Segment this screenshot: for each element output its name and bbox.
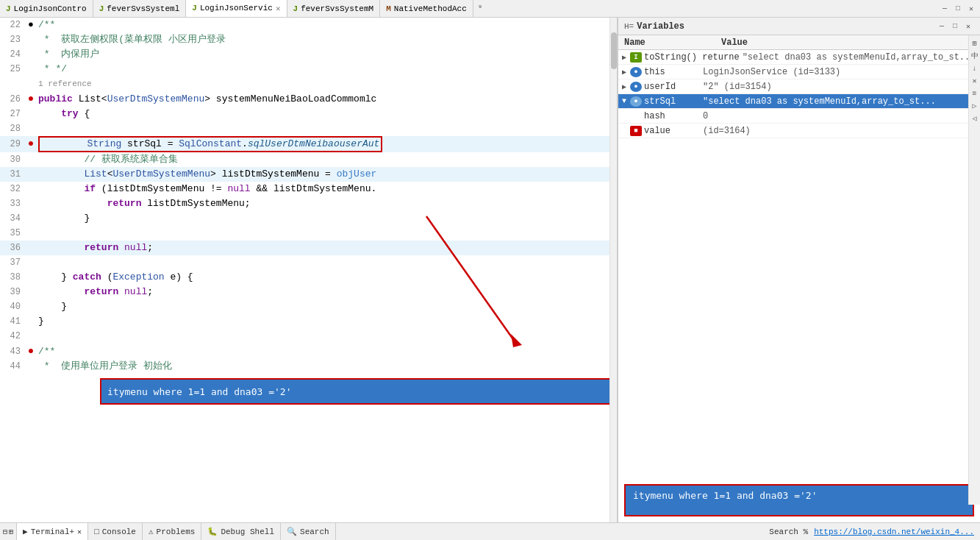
line-42-content (35, 329, 44, 344)
tab-nativeMethodAcc[interactable]: M NativeMethodAcc (380, 0, 473, 18)
bottom-tab-search[interactable]: 🔍 Search (281, 523, 336, 540)
code-line-37: 37 (0, 255, 617, 270)
var-row-value[interactable]: ▶ ■ value (id=3164) (618, 124, 980, 138)
bottom-tab-problems-label: Problems (157, 527, 196, 536)
line-35-content (35, 226, 44, 241)
vars-header: H= Variables — □ ✕ (618, 18, 980, 35)
var-value-1: "select dna03 as systemMenuId,array_to_s… (743, 52, 980, 63)
bottom-tabs: ⊟ ⊞ ▶ Terminal+ ✕ □ Console ⚠ Problems 🐛… (0, 523, 336, 540)
tab-feverSvsSysteml[interactable]: J feverSvsSysteml (93, 0, 187, 18)
minimize-button[interactable]: — (939, 3, 951, 15)
vars-close-btn[interactable]: ✕ (962, 21, 974, 32)
line-num-41: 41 (0, 314, 26, 329)
var-value-2: LoginJsonService (id=3133) (703, 67, 980, 77)
code-line-23: 23 * 获取左侧权限(菜单权限 小区用户登录 (0, 32, 617, 47)
bottom-tab-terminal-label: Terminal+ (31, 527, 74, 536)
line-36-content: return null; (35, 241, 153, 255)
code-area: 22 ● /** 23 * 获取左侧权限(菜单权限 小区用户登录 24 * 内保… (0, 18, 617, 522)
vars-ctrl-5[interactable]: ≡ (970, 88, 980, 99)
code-tooltip-box: itymenu where 1=1 and dna03 ='2' (100, 378, 617, 405)
tab-label-5: NativeMethodAcc (394, 4, 467, 13)
status-link[interactable]: https://blog.csdn.net/weixin_4... (814, 527, 974, 536)
var-expand-3[interactable]: ▶ (618, 82, 630, 91)
bottom-ctrl-expand[interactable]: ⊞ (9, 527, 13, 536)
line-num-37: 37 (0, 255, 26, 270)
line-num-44: 44 (0, 359, 26, 374)
line-num-38: 38 (0, 270, 26, 285)
code-line-42: 42 (0, 329, 617, 344)
vars-ctrl-2[interactable]: 中 (970, 51, 980, 61)
code-line-44: 44 * 使用单位用户登录 初始化 (0, 359, 617, 374)
terminal-icon: ▶ (23, 527, 28, 536)
vars-maxrestore-btn[interactable]: □ (949, 21, 961, 32)
bottom-tab-terminal[interactable]: ▶ Terminal+ ✕ (17, 523, 88, 540)
vars-ctrl-1[interactable]: ⊞ (970, 38, 980, 49)
line-num-36: 36 (0, 241, 26, 255)
vars-ctrl-4[interactable]: ✕ (970, 76, 980, 86)
maximize-button[interactable]: □ (952, 3, 964, 15)
console-icon: □ (94, 527, 99, 536)
code-line-35: 35 (0, 226, 617, 241)
code-line-22: 22 ● /** (0, 18, 617, 32)
var-name-4b: value (644, 126, 703, 136)
vars-ctrl-6[interactable]: ▷ (970, 101, 980, 111)
line-num-29: 29 (0, 137, 26, 152)
vars-col-value-header: Value (721, 38, 980, 48)
var-row-tostring[interactable]: ▶ I toString() returne "select dna03 as … (618, 50, 980, 65)
code-panel: 22 ● /** 23 * 获取左侧权限(菜单权限 小区用户登录 24 * 内保… (0, 18, 618, 522)
line-num-32: 32 (0, 182, 26, 196)
var-expand-4[interactable]: ▼ (618, 97, 630, 105)
var-name-2: this (644, 67, 703, 77)
line-29-content: String strSql = SqlConstant.sqlUserDtmNe… (35, 136, 382, 152)
code-line-32: 32 if (listDtmSystemMenu != null && list… (0, 182, 617, 196)
vars-ctrl-7[interactable]: ◁ (970, 113, 980, 124)
line-num-28: 28 (0, 121, 26, 136)
bottom-tab-problems[interactable]: ⚠ Problems (143, 523, 201, 540)
line-num-34: 34 (0, 211, 26, 226)
tab-overflow[interactable]: ⁹ (473, 4, 487, 13)
tab-icon-j1: J (6, 4, 11, 13)
code-tooltip-text: itymenu where 1=1 and dna03 ='2' (107, 386, 291, 397)
var-name-3: userId (644, 82, 703, 92)
line-num-27: 27 (0, 107, 26, 121)
var-expand-2[interactable]: ▶ (618, 68, 630, 77)
code-line-43: 43 ● /** (0, 344, 617, 359)
line-24-content: * 内保用户 (35, 47, 99, 62)
var-row-this[interactable]: ▶ ● this LoginJsonService (id=3133) (618, 65, 980, 79)
code-line-38: 38 } catch (Exception e) { (0, 270, 617, 285)
line-39-content: return null; (35, 285, 153, 299)
code-line-31: 31 List<UserDtmSystemMenu> listDtmSystem… (0, 167, 617, 182)
bottom-tab-terminal-close[interactable]: ✕ (77, 527, 82, 536)
var-expand-1[interactable]: ▶ (618, 53, 630, 62)
close-button[interactable]: ✕ (965, 3, 977, 15)
code-line-ref: 1 reference (0, 77, 617, 91)
tab-icon-j4: J (293, 4, 298, 13)
code-scrollbar[interactable] (609, 18, 617, 522)
var-icon-4b: ■ (630, 126, 642, 136)
line-25-content: * */ (35, 62, 67, 77)
line-num-39: 39 (0, 285, 26, 299)
bp-26: ● (26, 91, 35, 107)
line-33-content: return listDtmSystemMenu; (35, 196, 251, 211)
tab-loginJsonServic[interactable]: J LoginJsonServic ✕ (186, 0, 287, 18)
code-line-25: 25 * */ (0, 62, 617, 77)
bottom-ctrl-collapse[interactable]: ⊟ (3, 527, 7, 536)
vars-ctrl-3[interactable]: ↓ (970, 63, 980, 74)
code-line-28: 28 (0, 121, 617, 136)
bottom-tab-console[interactable]: □ Console (88, 523, 143, 540)
tab-loginJsonContro[interactable]: J LoginJsonContro (0, 0, 93, 18)
var-row-userid[interactable]: ▶ ● userId "2" (id=3154) (618, 79, 980, 94)
search-icon: 🔍 (287, 527, 297, 536)
var-expand-4b: ▶ (618, 127, 630, 135)
var-row-strsql[interactable]: ▼ ● strSql "select dna03 as systemMenuId… (618, 94, 980, 109)
search-percent-label: Search % (769, 527, 808, 536)
var-row-hash[interactable]: hash 0 (618, 109, 980, 124)
bp-29: ● (26, 136, 35, 152)
tab-feverSvsSystemM[interactable]: J feverSvsSystemM (287, 0, 381, 18)
code-line-34: 34 } (0, 211, 617, 226)
bottom-tab-debugshell[interactable]: 🐛 Debug Shell (201, 523, 281, 540)
vars-minimize-btn[interactable]: — (936, 21, 948, 32)
tab-close-icon[interactable]: ✕ (276, 4, 281, 13)
line-num-43: 43 (0, 344, 26, 359)
line-28-content (35, 121, 44, 136)
